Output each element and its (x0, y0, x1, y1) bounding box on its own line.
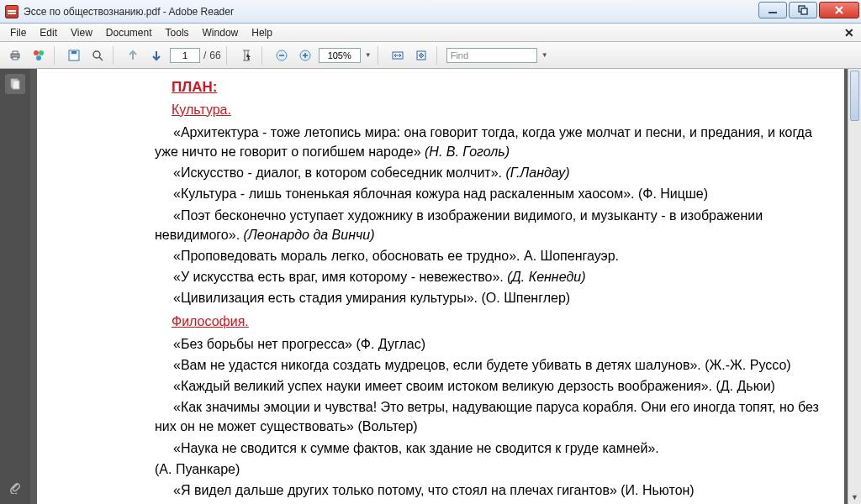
menu-help[interactable]: Help (245, 25, 279, 40)
svg-line-13 (99, 57, 103, 60)
svg-rect-4 (13, 51, 18, 54)
paragraph: (А. Пуанкаре) (155, 459, 821, 479)
pdf-page[interactable]: ПЛАН: Культура. «Архитектура - тоже лето… (37, 69, 844, 504)
close-doc-icon[interactable]: ✕ (844, 26, 854, 39)
email-button[interactable] (29, 46, 49, 65)
paragraph: «Архитектура - тоже летопись мира: она г… (155, 123, 821, 161)
work-area: ПЛАН: Культура. «Архитектура - тоже лето… (0, 69, 861, 504)
page-total: 66 (209, 50, 220, 61)
paragraph: «У искусства есть враг, имя которому - н… (155, 267, 821, 286)
zoom-level[interactable]: 105% (319, 48, 361, 63)
close-button[interactable] (819, 2, 859, 18)
scroll-down-icon[interactable]: ▼ (848, 491, 861, 504)
paragraph: «Вам не удастся никогда создать мудрецов… (155, 355, 821, 375)
paragraph: «Цивилизация есть стадия умирания культу… (155, 288, 821, 307)
separator (113, 46, 118, 65)
heading-plan: ПЛАН: (172, 77, 821, 98)
menu-bar: File Edit View Document Tools Window Hel… (0, 24, 861, 42)
next-page-button[interactable] (146, 46, 166, 65)
toolbar: 1 / 66 105% ▼ Find ▼ (0, 42, 861, 69)
find-dropdown-icon[interactable]: ▼ (541, 51, 549, 59)
zoom-dropdown-icon[interactable]: ▼ (364, 51, 372, 59)
menu-document[interactable]: Document (99, 25, 159, 40)
menu-tools[interactable]: Tools (159, 25, 196, 40)
svg-rect-0 (769, 12, 777, 13)
attachments-panel-button[interactable] (5, 477, 25, 497)
svg-rect-22 (13, 81, 19, 89)
page-number-input[interactable]: 1 (170, 48, 200, 63)
svg-rect-5 (13, 57, 18, 60)
window-title: Эссе по обществознанию.pdf - Adobe Reade… (24, 6, 758, 18)
paragraph: «Как значимы эмоции и чувства! Это ветры… (155, 397, 821, 436)
menu-view[interactable]: View (64, 25, 99, 40)
paragraph: «Проповедовать мораль легко, обосновать … (155, 246, 821, 265)
fit-width-button[interactable] (388, 46, 408, 65)
heading-philosophy: Философия. (172, 312, 249, 331)
page-separator: / (203, 50, 206, 61)
find-input[interactable]: Find (446, 48, 537, 63)
svg-point-7 (39, 50, 44, 55)
search-button[interactable] (87, 46, 108, 65)
scroll-thumb[interactable] (850, 71, 859, 121)
vertical-scrollbar[interactable]: ▲ ▼ (848, 69, 861, 504)
paragraph: «Культура - лишь тоненькая яблочная кожу… (155, 184, 821, 203)
heading-culture: Культура. (172, 100, 231, 119)
svg-point-6 (34, 50, 39, 55)
pages-panel-button[interactable] (5, 74, 25, 94)
paragraph: «Поэт бесконечно уступает художнику в из… (155, 206, 821, 244)
separator (378, 46, 383, 65)
menu-edit[interactable]: Edit (33, 25, 64, 40)
zoom-out-button[interactable] (272, 46, 292, 65)
svg-rect-2 (801, 8, 807, 14)
svg-point-8 (36, 55, 41, 60)
paragraph: «Без борьбы нет прогресса» (Ф. Дуглас) (155, 334, 821, 354)
title-bar: Эссе по обществознанию.pdf - Adobe Reade… (0, 0, 861, 24)
document-viewport: ПЛАН: Культура. «Архитектура - тоже лето… (30, 69, 861, 504)
minimize-button[interactable] (758, 2, 787, 18)
select-tool-button[interactable] (236, 46, 256, 65)
paragraph: «Наука не сводится к сумме фактов, как з… (155, 438, 821, 458)
menu-window[interactable]: Window (196, 25, 246, 40)
paragraph: «Искусство - диалог, в котором собеседни… (155, 163, 821, 182)
zoom-in-button[interactable] (295, 46, 315, 65)
svg-point-12 (93, 51, 100, 58)
print-button[interactable] (5, 46, 25, 65)
paragraph: «Я видел дальше других только потому, чт… (155, 480, 821, 500)
separator (261, 46, 267, 65)
nav-sidebar (0, 69, 30, 504)
separator (226, 46, 231, 65)
svg-rect-10 (71, 55, 77, 60)
paragraph: «Каждый великий успех науки имеет своим … (155, 376, 821, 396)
separator (54, 46, 59, 65)
menu-file[interactable]: File (3, 25, 33, 40)
prev-page-button[interactable] (123, 46, 143, 65)
fit-page-button[interactable] (411, 46, 431, 65)
adobe-reader-icon (5, 5, 18, 18)
separator (436, 46, 441, 65)
save-button[interactable] (64, 46, 84, 65)
maximize-button[interactable] (789, 2, 817, 18)
svg-rect-11 (71, 51, 77, 54)
